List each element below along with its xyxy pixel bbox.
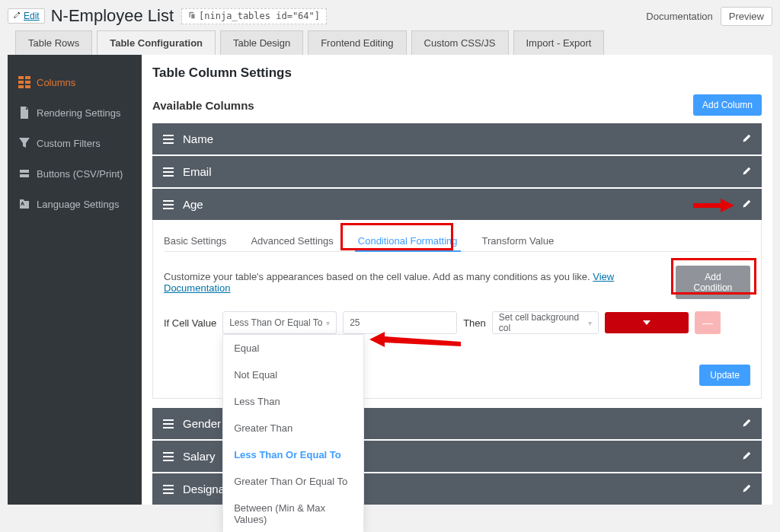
topbar: Edit N-Employee List [ninja_tables id="6… (0, 0, 780, 30)
file-icon (18, 107, 30, 119)
column-item-email[interactable]: Email (152, 156, 762, 187)
operator-option-equal[interactable]: Equal (223, 335, 363, 362)
column-list: Name Email Age (152, 123, 762, 220)
layout: Columns Rendering Settings Custom Filter… (8, 55, 772, 505)
sidebar: Columns Rendering Settings Custom Filter… (8, 55, 142, 505)
action-select[interactable]: Set cell background col ▾ (492, 311, 599, 334)
sidebar-item-label: Columns (37, 77, 75, 88)
sidebar-item-buttons[interactable]: Buttons (CSV/Print) (8, 158, 142, 189)
operator-option-lte[interactable]: Less Than Or Equal To (223, 441, 363, 468)
sidebar-item-filters[interactable]: Custom Filters (8, 128, 142, 158)
documentation-link[interactable]: Documentation (646, 11, 712, 22)
edit-icon[interactable] (742, 132, 751, 145)
tab-transform-value[interactable]: Transform Value (482, 231, 555, 251)
main-panel: Table Column Settings Available Columns … (142, 55, 772, 505)
sidebar-item-columns[interactable]: Columns (8, 67, 142, 97)
sidebar-item-label: Buttons (CSV/Print) (37, 168, 123, 180)
tab-table-configuration[interactable]: Table Configuration (97, 30, 216, 55)
preview-button[interactable]: Preview (721, 7, 772, 26)
action-value: Set cell background col (499, 312, 588, 333)
tab-frontend-editing[interactable]: Frontend Editing (308, 30, 406, 55)
column-label: Salary (183, 450, 216, 463)
edit-icon[interactable] (742, 198, 751, 211)
tab-custom-css-js[interactable]: Custom CSS/JS (411, 30, 509, 55)
section-title: Table Column Settings (152, 65, 762, 81)
page-title: N-Employee List (51, 6, 174, 26)
copy-icon (188, 11, 196, 22)
chevron-down-icon: ▾ (588, 319, 592, 327)
column-label: Age (183, 198, 203, 211)
column-label: Email (183, 165, 212, 178)
operator-option-not-equal[interactable]: Not Equal (223, 362, 363, 388)
condition-row: If Cell Value Less Than Or Equal To ▾ Eq… (164, 311, 750, 334)
delete-condition-button[interactable]: — (695, 311, 721, 334)
sidebar-item-language[interactable]: Language Settings (8, 189, 142, 219)
sidebar-item-label: Custom Filters (37, 138, 101, 149)
chevron-down-icon (643, 319, 651, 327)
operator-value: Less Than Or Equal To (229, 317, 322, 328)
tab-table-rows[interactable]: Table Rows (15, 30, 92, 55)
update-button[interactable]: Update (699, 365, 750, 386)
column-label: Name (183, 132, 213, 145)
tab-table-design[interactable]: Table Design (220, 30, 303, 55)
operator-option-between[interactable]: Between (Min & Max Values) (223, 495, 363, 532)
if-cell-value-label: If Cell Value (164, 317, 216, 329)
operator-select[interactable]: Less Than Or Equal To ▾ (222, 311, 337, 334)
operator-option-greater-than[interactable]: Greater Than (223, 415, 363, 441)
column-label: Gender (183, 417, 221, 430)
operator-option-gte[interactable]: Greater Than Or Equal To (223, 468, 363, 495)
operator-option-less-than[interactable]: Less Than (223, 388, 363, 415)
drag-handle-icon[interactable] (163, 419, 174, 428)
tab-basic-settings[interactable]: Basic Settings (164, 231, 226, 251)
then-label: Then (463, 317, 486, 329)
main-tabs: Table Rows Table Configuration Table Des… (0, 30, 780, 55)
add-column-button[interactable]: Add Column (693, 94, 762, 116)
tab-conditional-formatting[interactable]: Conditional Formatting (358, 231, 458, 251)
sidebar-item-label: Rendering Settings (37, 107, 121, 119)
sidebar-item-rendering[interactable]: Rendering Settings (8, 97, 142, 128)
condition-description: Customize your table's appearances based… (164, 271, 676, 294)
sidebar-item-label: Language Settings (37, 199, 119, 210)
edit-icon[interactable] (742, 483, 751, 495)
operator-dropdown: Equal Not Equal Less Than Greater Than L… (222, 334, 364, 532)
available-columns-title: Available Columns (152, 99, 254, 112)
language-icon (18, 198, 30, 210)
drag-handle-icon[interactable] (163, 200, 174, 209)
filter-icon (18, 137, 30, 149)
drag-handle-icon[interactable] (163, 135, 174, 144)
inner-tabs: Basic Settings Advanced Settings Conditi… (164, 231, 750, 252)
annotation-arrow-icon (693, 199, 734, 215)
edit-icon[interactable] (742, 450, 751, 463)
grid-icon (18, 76, 30, 88)
buttons-icon (18, 167, 30, 180)
edit-icon[interactable] (742, 165, 751, 178)
annotation-arrow-icon (369, 331, 461, 350)
shortcode[interactable]: [ninja_tables id="64"] (181, 8, 327, 24)
column-item-name[interactable]: Name (152, 123, 762, 155)
edit-label: Edit (24, 11, 40, 21)
column-item-age[interactable]: Age (152, 189, 762, 220)
edit-icon[interactable] (742, 417, 751, 430)
color-picker[interactable] (605, 312, 689, 333)
drag-handle-icon[interactable] (163, 485, 174, 494)
chevron-down-icon: ▾ (326, 319, 330, 327)
tab-advanced-settings[interactable]: Advanced Settings (251, 231, 333, 251)
add-condition-button[interactable]: Add Condition (676, 266, 750, 299)
pencil-icon (13, 11, 21, 21)
edit-link[interactable]: Edit (8, 8, 45, 24)
shortcode-text: [ninja_tables id="64"] (199, 11, 320, 21)
drag-handle-icon[interactable] (163, 167, 174, 177)
tab-import-export[interactable]: Import - Export (513, 30, 605, 55)
drag-handle-icon[interactable] (163, 452, 174, 461)
age-settings-panel: Basic Settings Advanced Settings Conditi… (152, 220, 762, 399)
